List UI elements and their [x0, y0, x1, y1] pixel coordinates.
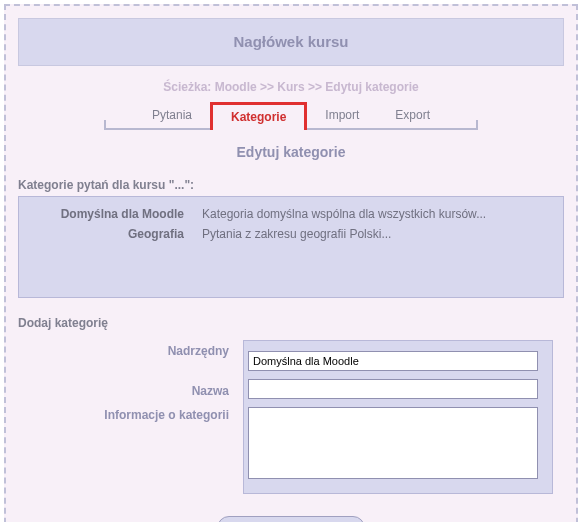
- category-name: Domyślna dla Moodle: [27, 207, 202, 221]
- label-parent: Nadrzędny: [18, 340, 243, 494]
- tabs-row: Pytania Kategorie Import Export: [18, 102, 564, 130]
- categories-box: Domyślna dla Moodle Kategoria domyślna w…: [18, 196, 564, 298]
- course-header-title: Nagłówek kursu: [233, 33, 348, 50]
- course-header-banner: Nagłówek kursu: [18, 18, 564, 66]
- section-title: Edytuj kategorie: [18, 144, 564, 160]
- breadcrumb: Ścieżka: Moodle >> Kurs >> Edytuj katego…: [18, 66, 564, 102]
- form-row-parent: Nadrzędny: [18, 340, 564, 494]
- category-row: Domyślna dla Moodle Kategoria domyślna w…: [27, 207, 555, 221]
- tab-export[interactable]: Export: [377, 102, 448, 130]
- add-category-heading: Dodaj kategorię: [18, 316, 564, 330]
- button-row: Dodaj kategorię: [18, 516, 564, 522]
- categories-heading: Kategorie pytań dla kursu "...":: [18, 178, 564, 192]
- parent-input[interactable]: [248, 351, 538, 371]
- add-category-button[interactable]: Dodaj kategorię: [217, 516, 364, 522]
- tab-pytania[interactable]: Pytania: [134, 102, 210, 130]
- form-container: [243, 340, 553, 494]
- category-desc: Pytania z zakresu geografii Polski...: [202, 227, 391, 241]
- tab-bracket-left: [104, 120, 134, 130]
- page-container: Nagłówek kursu Ścieżka: Moodle >> Kurs >…: [4, 4, 578, 522]
- category-row: Geografia Pytania z zakresu geografii Po…: [27, 227, 555, 241]
- info-textarea[interactable]: [248, 407, 538, 479]
- category-name: Geografia: [27, 227, 202, 241]
- tab-kategorie[interactable]: Kategorie: [210, 102, 307, 130]
- category-desc: Kategoria domyślna wspólna dla wszystkic…: [202, 207, 486, 221]
- name-input[interactable]: [248, 379, 538, 399]
- tab-bracket-right: [448, 120, 478, 130]
- tab-import[interactable]: Import: [307, 102, 377, 130]
